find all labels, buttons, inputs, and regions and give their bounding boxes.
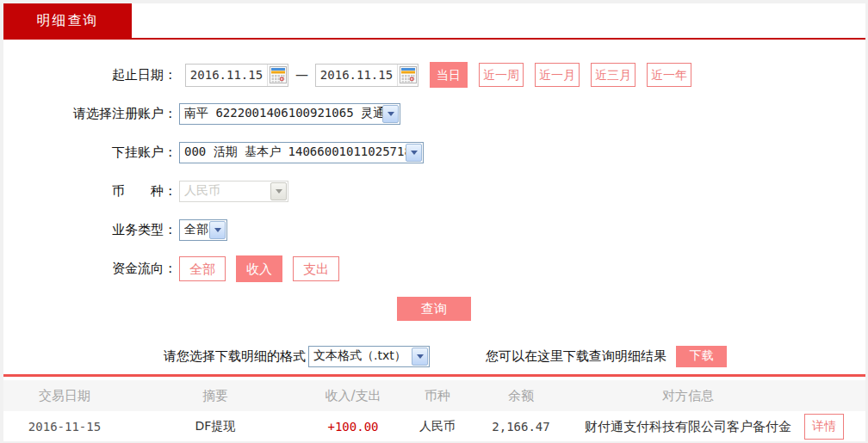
download-format-label: 请您选择下载明细的格式 — [164, 348, 306, 365]
fund-flow-all-button[interactable]: 全部 — [179, 256, 226, 281]
header-counterparty: 对方信息 — [572, 388, 804, 404]
sub-account-select[interactable]: 000 活期 基本户 1406600101102571848 — [179, 142, 424, 163]
business-type-label: 业务类型： — [0, 222, 177, 238]
cell-action: 详情 — [804, 414, 868, 440]
business-type-value: 全部 — [184, 222, 208, 237]
download-button[interactable]: 下载 — [676, 346, 727, 367]
start-date-field[interactable] — [185, 64, 288, 87]
fund-flow-row: 资金流向： 全部 收入 支出 — [0, 256, 868, 280]
download-format-select[interactable]: 文本格式（.txt） — [308, 346, 430, 367]
header-income-expense: 收入/支出 — [301, 388, 405, 404]
currency-row: 币 种： 人民币 — [0, 179, 868, 203]
start-date-input[interactable] — [186, 68, 267, 82]
calendar-icon — [270, 66, 287, 83]
quick-range-today-button[interactable]: 当日 — [430, 62, 468, 88]
chevron-down-icon[interactable] — [412, 348, 428, 366]
header-summary: 摘要 — [129, 388, 301, 404]
cell-counterparty: 财付通支付科技有限公司客户备付金 — [572, 419, 804, 435]
date-range-row: 起止日期： — — [0, 63, 868, 87]
edge-decoration — [0, 0, 3, 443]
chevron-down-icon[interactable] — [406, 144, 422, 162]
query-row: 查询 — [0, 297, 868, 321]
tab-detail-query[interactable]: 明细查询 — [3, 3, 132, 38]
cell-trade-date: 2016-11-15 — [0, 420, 129, 434]
quick-range-week-button[interactable]: 近一周 — [479, 63, 524, 87]
table-header-row: 交易日期 摘要 收入/支出 币种 余额 对方信息 — [0, 380, 868, 411]
register-account-row: 请选择注册账户： 南平 6222001406100921065 灵通卡 — [0, 102, 868, 126]
quick-range-quarter-button[interactable]: 近三月 — [591, 63, 636, 87]
page: 明细查询 起止日期： — [0, 0, 868, 443]
table-top-line — [0, 374, 868, 377]
fund-flow-label: 资金流向： — [0, 261, 177, 277]
header-balance: 余额 — [470, 388, 572, 404]
tab-bar: 明细查询 — [0, 0, 868, 40]
cell-currency: 人民币 — [405, 419, 470, 434]
business-type-select[interactable]: 全部 — [179, 219, 227, 241]
download-hint: 您可以在这里下载查询明细结果 — [486, 348, 666, 365]
end-date-field[interactable] — [315, 64, 418, 87]
fund-flow-income-button[interactable]: 收入 — [236, 255, 282, 282]
date-range-label: 起止日期： — [0, 67, 177, 83]
register-account-value: 南平 6222001406100921065 灵通卡 — [184, 106, 382, 121]
cell-balance: 2,166.47 — [470, 420, 572, 434]
header-currency: 币种 — [405, 388, 470, 404]
currency-select: 人民币 — [179, 181, 288, 202]
chevron-down-icon — [270, 182, 287, 200]
currency-value: 人民币 — [184, 183, 220, 199]
query-button[interactable]: 查询 — [397, 297, 471, 321]
end-date-calendar-button[interactable] — [397, 65, 418, 86]
sub-account-row: 下挂账户： 000 活期 基本户 1406600101102571848 — [0, 140, 868, 164]
header-trade-date: 交易日期 — [0, 388, 129, 404]
calendar-icon — [400, 66, 417, 83]
download-row: 请您选择下载明细的格式 文本格式（.txt） 您可以在这里下载查询明细结果 下载 — [0, 345, 868, 367]
detail-button[interactable]: 详情 — [804, 414, 844, 440]
edge-decoration — [0, 0, 868, 3]
cell-summary: DF提现 — [129, 419, 301, 434]
register-account-label: 请选择注册账户： — [0, 106, 177, 122]
end-date-input[interactable] — [316, 68, 397, 82]
fund-flow-expense-button[interactable]: 支出 — [293, 256, 339, 281]
sub-account-label: 下挂账户： — [0, 145, 177, 161]
business-type-row: 业务类型： 全部 — [0, 218, 868, 242]
table-row: 2016-11-15 DF提现 +100.00 人民币 2,166.47 财付通… — [0, 411, 868, 443]
query-form: 起止日期： — — [0, 40, 868, 367]
chevron-down-icon[interactable] — [382, 105, 399, 123]
quick-range-year-button[interactable]: 近一年 — [647, 63, 691, 87]
date-range-separator: — — [295, 67, 308, 83]
tab-underline — [0, 38, 868, 40]
chevron-down-icon[interactable] — [209, 221, 226, 239]
sub-account-value: 000 活期 基本户 1406600101102571848 — [184, 145, 406, 160]
quick-range-month-button[interactable]: 近一月 — [535, 63, 580, 87]
start-date-calendar-button[interactable] — [267, 65, 288, 86]
currency-label: 币 种： — [0, 183, 177, 200]
cell-amount: +100.00 — [301, 420, 405, 434]
register-account-select[interactable]: 南平 6222001406100921065 灵通卡 — [179, 103, 400, 125]
download-format-value: 文本格式（.txt） — [313, 348, 406, 364]
